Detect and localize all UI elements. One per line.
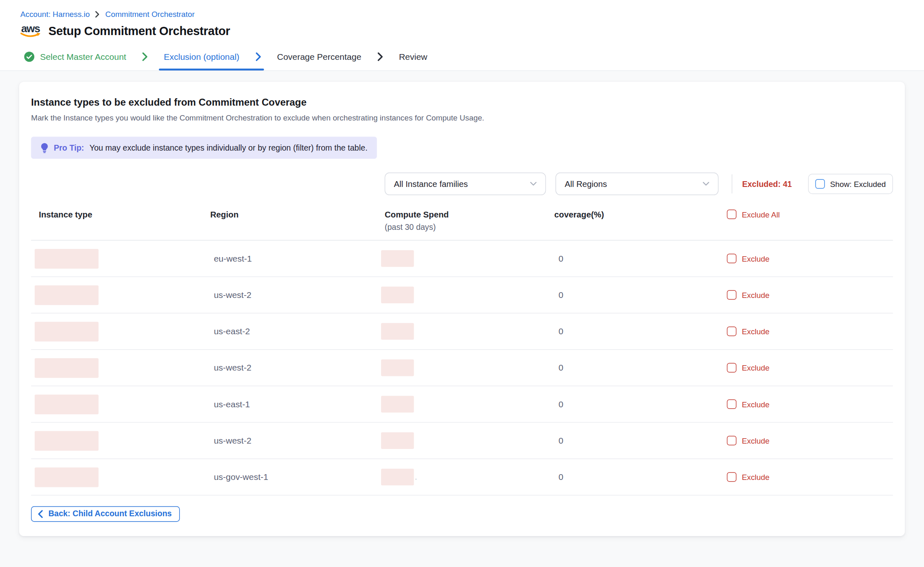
step-label: Exclusion (optional) <box>164 52 239 61</box>
row-exclude-label: Exclude <box>742 327 770 336</box>
exclude-checkbox[interactable] <box>727 472 737 482</box>
step-select-master-account[interactable]: Select Master Account <box>19 43 131 71</box>
redacted-compute-spend <box>381 469 414 486</box>
breadcrumb-page-link[interactable]: Commitment Orchestrator <box>105 9 194 19</box>
cell-exclude: Exclude <box>723 363 893 373</box>
row-coverage: 0 <box>559 290 564 300</box>
redacted-compute-spend <box>381 432 414 449</box>
step-exclusion-optional[interactable]: Exclusion (optional) <box>159 43 244 71</box>
show-excluded-toggle[interactable]: Show: Excluded <box>808 174 893 194</box>
card-subtitle: Mark the Instance types you would like t… <box>31 113 893 123</box>
table-row: eu-west-1 0 Exclude <box>31 241 893 277</box>
cell-coverage: 0 <box>551 326 723 336</box>
table-row: us-west-2 0 Exclude <box>31 423 893 459</box>
table-body: eu-west-1 0 Exclude us-west-2 0 Exclude <box>31 241 893 496</box>
cell-exclude: Exclude <box>723 254 893 263</box>
cell-instance-type <box>31 358 208 378</box>
filter-divider <box>732 174 732 193</box>
cell-exclude: Exclude <box>723 472 893 482</box>
title-row: aws Setup Commitment Orchestrator <box>20 24 904 38</box>
cell-instance-type <box>31 467 208 487</box>
row-coverage: 0 <box>559 326 564 336</box>
cell-exclude: Exclude <box>723 326 893 336</box>
cell-region: us-gov-west-1 <box>208 472 381 482</box>
step-label: Select Master Account <box>40 52 126 61</box>
exclude-checkbox[interactable] <box>727 399 737 409</box>
step-review[interactable]: Review <box>394 43 432 71</box>
row-exclude-label: Exclude <box>742 254 770 263</box>
back-button[interactable]: Back: Child Account Exclusions <box>31 506 180 522</box>
region-dropdown[interactable]: All Regions <box>556 172 719 195</box>
table-row: us-gov-west-1 . 0 Exclude <box>31 459 893 495</box>
exclusion-table: Instance type Region Compute Spend (past… <box>31 210 893 496</box>
step-label: Coverage Percentage <box>277 52 361 61</box>
redacted-instance-type <box>35 285 99 305</box>
cell-compute-spend <box>381 286 551 303</box>
col-exclude-all: Exclude All <box>723 210 893 219</box>
instance-family-dropdown-value: All Instance families <box>394 179 468 189</box>
cell-compute-spend <box>381 250 551 267</box>
cell-region: us-east-2 <box>208 326 381 336</box>
cell-compute-spend: . <box>381 469 551 486</box>
row-exclude-label: Exclude <box>742 400 770 409</box>
exclude-checkbox[interactable] <box>727 254 737 263</box>
exclusion-card: Instance types to be excluded from Commi… <box>19 82 905 536</box>
redacted-compute-spend <box>381 359 414 376</box>
table-row: us-east-1 0 Exclude <box>31 386 893 423</box>
cell-coverage: 0 <box>551 290 723 300</box>
cell-region: us-west-2 <box>208 363 381 373</box>
row-region: us-gov-west-1 <box>214 472 268 482</box>
cell-region: us-west-2 <box>208 436 381 445</box>
exclude-all-label: Exclude All <box>742 210 780 219</box>
pro-tip-text: You may exclude instance types individua… <box>90 143 367 152</box>
chevron-right-icon <box>142 43 148 71</box>
cell-instance-type <box>31 395 208 414</box>
cell-region: us-west-2 <box>208 290 381 300</box>
cell-instance-type <box>31 285 208 305</box>
cell-coverage: 0 <box>551 399 723 409</box>
back-button-label: Back: Child Account Exclusions <box>48 509 172 518</box>
col-compute-spend-title: Compute Spend <box>385 210 449 219</box>
exclude-checkbox[interactable] <box>727 326 737 336</box>
region-dropdown-value: All Regions <box>565 179 607 189</box>
breadcrumb: Account: Harness.io Commitment Orchestra… <box>20 9 904 19</box>
cell-compute-spend <box>381 396 551 413</box>
active-step-group: Exclusion (optional) <box>159 43 261 71</box>
cell-exclude: Exclude <box>723 290 893 300</box>
row-region: us-west-2 <box>214 436 251 445</box>
chevron-left-icon <box>38 510 43 518</box>
filter-bar: All Instance families All Regions Exclud… <box>31 172 893 195</box>
redacted-compute-spend <box>381 323 414 340</box>
col-compute-spend: Compute Spend (past 30 days) <box>381 210 551 232</box>
aws-logo: aws <box>20 24 40 38</box>
redacted-instance-type <box>35 321 99 341</box>
cell-compute-spend <box>381 359 551 376</box>
cell-region: us-east-1 <box>208 399 381 409</box>
row-region: us-west-2 <box>214 290 251 300</box>
row-coverage: 0 <box>559 472 564 482</box>
exclude-all-checkbox[interactable] <box>727 210 737 219</box>
chevron-right-icon <box>95 10 100 17</box>
show-excluded-checkbox[interactable] <box>815 179 824 189</box>
exclude-checkbox[interactable] <box>727 290 737 300</box>
redacted-instance-type <box>35 467 99 487</box>
breadcrumb-account-link[interactable]: Account: Harness.io <box>20 9 90 19</box>
page-title: Setup Commitment Orchestrator <box>48 24 230 38</box>
card-title: Instance types to be excluded from Commi… <box>31 97 893 108</box>
col-compute-spend-subtitle: (past 30 days) <box>385 223 551 232</box>
cell-exclude: Exclude <box>723 436 893 445</box>
table-row: us-east-2 0 Exclude <box>31 314 893 350</box>
excluded-count: Excluded: 41 <box>742 180 791 189</box>
exclude-checkbox[interactable] <box>727 436 737 445</box>
instance-family-dropdown[interactable]: All Instance families <box>385 172 546 195</box>
col-region: Region <box>208 210 381 219</box>
aws-smile-icon <box>20 32 40 38</box>
exclude-checkbox[interactable] <box>727 363 737 373</box>
step-coverage-percentage[interactable]: Coverage Percentage <box>272 43 366 71</box>
row-coverage: 0 <box>559 436 564 445</box>
redacted-instance-type <box>35 395 99 414</box>
page-header: Account: Harness.io Commitment Orchestra… <box>0 0 924 38</box>
cell-coverage: 0 <box>551 363 723 373</box>
cell-compute-spend <box>381 323 551 340</box>
col-coverage: coverage(%) <box>551 210 723 219</box>
